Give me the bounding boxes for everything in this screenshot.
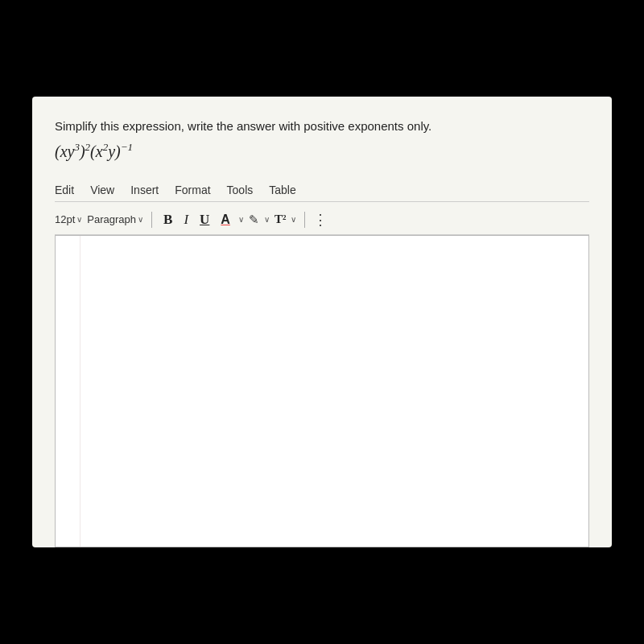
highlight-button[interactable]: ✎ [249,213,259,227]
font-size-value: 12pt [55,213,75,225]
menu-view[interactable]: View [90,184,114,196]
menu-tools[interactable]: Tools [227,184,254,196]
screen: Simplify this expression, write the answ… [32,97,612,547]
editor-area[interactable] [55,235,589,547]
font-color-chevron: ∨ [238,215,244,224]
more-options-button[interactable]: ⋮ [313,211,328,229]
paragraph-value: Paragraph [87,213,136,225]
t2-sup: 2 [283,213,287,221]
t2-label: T [275,213,283,226]
question-text: Simplify this expression, write the answ… [55,119,589,133]
highlight-chevron: ∨ [264,215,270,224]
bold-button[interactable]: B [160,210,175,229]
menu-format[interactable]: Format [175,184,210,196]
toolbar: 12pt ∨ Paragraph ∨ B I U A ∨ ✎ ∨ T2 ∨ ⋮ [55,205,589,235]
separator-1 [151,212,152,228]
font-size-chevron: ∨ [76,215,82,224]
math-expression: (xy3)2(x2y)−1 [55,141,589,161]
menu-bar: Edit View Insert Format Tools Table [55,179,589,202]
superscript-button[interactable]: T2 [275,213,287,226]
italic-button[interactable]: I [180,210,192,229]
underline-button[interactable]: U [196,210,213,229]
font-color-button[interactable]: A [217,211,233,229]
menu-table[interactable]: Table [269,184,295,196]
paragraph-chevron: ∨ [138,215,143,224]
paragraph-selector[interactable]: Paragraph ∨ [87,213,143,225]
menu-edit[interactable]: Edit [55,184,74,196]
font-size-selector[interactable]: 12pt ∨ [55,213,82,225]
menu-insert[interactable]: Insert [130,184,159,196]
separator-2 [304,212,305,228]
t2-chevron: ∨ [291,215,296,224]
